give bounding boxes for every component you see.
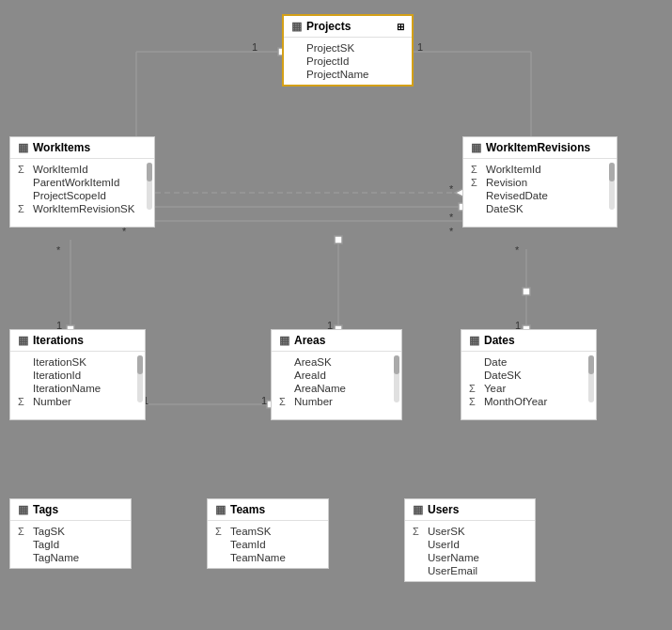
- dates-table-title: Dates: [484, 334, 515, 347]
- projects-table-title: Projects: [306, 20, 351, 33]
- field-parentworkitemid[interactable]: ParentWorkItemId: [10, 176, 154, 189]
- tags-table-title: Tags: [33, 503, 58, 516]
- table-icon: ▦: [18, 334, 28, 347]
- workitemrevisions-table-title: WorkItemRevisions: [486, 141, 590, 154]
- table-icon: ▦: [469, 334, 479, 347]
- field-useremail[interactable]: UserEmail: [405, 564, 535, 577]
- tags-table[interactable]: ▦ Tags Σ TagSK TagId TagName: [9, 498, 132, 569]
- cardinality-1a: 1: [252, 41, 258, 53]
- table-icon: ▦: [18, 141, 28, 154]
- users-table-title: Users: [428, 503, 459, 516]
- field-area-number[interactable]: Σ Number: [272, 395, 401, 408]
- field-dates-datesk[interactable]: DateSK: [461, 369, 596, 382]
- iterations-table-title: Iterations: [33, 334, 84, 347]
- table-icon: ▦: [413, 503, 423, 516]
- field-areaid[interactable]: AreaId: [272, 369, 401, 382]
- field-usersk[interactable]: Σ UserSK: [405, 525, 535, 538]
- table-icon: ▦: [279, 334, 289, 347]
- fade-indicator: [10, 408, 145, 416]
- field-projectsk[interactable]: ProjectSK: [284, 41, 412, 55]
- cardinality-star-c: *: [449, 212, 453, 223]
- field-date[interactable]: Date: [461, 355, 596, 369]
- cardinality-star-g: *: [515, 244, 519, 256]
- workitems-table-title: WorkItems: [33, 141, 90, 154]
- areas-table[interactable]: ▦ Areas AreaSK AreaId AreaName Σ Number: [271, 329, 402, 420]
- cardinality-star-f: *: [56, 244, 60, 256]
- field-tagname[interactable]: TagName: [10, 551, 131, 564]
- dates-table-body: Date DateSK Σ Year Σ MonthOfYear: [461, 352, 596, 419]
- scrollbar[interactable]: [137, 355, 143, 402]
- field-datesk[interactable]: DateSK: [463, 202, 617, 215]
- field-iterationname[interactable]: IterationName: [10, 382, 145, 395]
- field-projectname[interactable]: ProjectName: [284, 68, 412, 81]
- cardinality-star-e: *: [449, 226, 453, 237]
- table-icon: ▦: [291, 20, 302, 33]
- field-wir-workitemid[interactable]: Σ WorkItemId: [463, 163, 617, 176]
- cardinality-star-b: *: [449, 183, 453, 195]
- workitems-table[interactable]: ▦ WorkItems Σ WorkItemId ParentWorkItemI…: [9, 136, 155, 228]
- field-iterationsk[interactable]: IterationSK: [10, 355, 145, 369]
- dates-table[interactable]: ▦ Dates Date DateSK Σ Year Σ MonthOfYear: [461, 329, 597, 420]
- field-monthofyear[interactable]: Σ MonthOfYear: [461, 395, 596, 408]
- fade-indicator: [10, 215, 154, 223]
- field-reviseddate[interactable]: RevisedDate: [463, 189, 617, 202]
- teams-table[interactable]: ▦ Teams Σ TeamSK TeamId TeamName: [207, 498, 329, 569]
- field-projectscopeid[interactable]: ProjectScopeId: [10, 189, 154, 202]
- users-table-header: ▦ Users: [405, 499, 535, 521]
- tags-table-body: Σ TagSK TagId TagName: [10, 521, 131, 568]
- field-username[interactable]: UserName: [405, 551, 535, 564]
- fade-indicator: [463, 215, 617, 223]
- field-tagid[interactable]: TagId: [10, 538, 131, 551]
- field-revision[interactable]: Σ Revision: [463, 176, 617, 189]
- field-projectid[interactable]: ProjectId: [284, 55, 412, 68]
- table-icon: ▦: [471, 141, 481, 154]
- areas-table-body: AreaSK AreaId AreaName Σ Number: [272, 352, 401, 419]
- field-iter-number[interactable]: Σ Number: [10, 395, 145, 408]
- field-userid[interactable]: UserId: [405, 538, 535, 551]
- projects-table-body: ProjectSK ProjectId ProjectName: [284, 38, 412, 85]
- svg-rect-24: [523, 288, 530, 295]
- field-workitemid[interactable]: Σ WorkItemId: [10, 163, 154, 176]
- workitemrevisions-table-header: ▦ WorkItemRevisions: [463, 137, 617, 159]
- cardinality-1c: 1: [417, 41, 423, 53]
- field-iterationid[interactable]: IterationId: [10, 369, 145, 382]
- fade-indicator: [272, 408, 401, 416]
- scrollbar[interactable]: [394, 355, 399, 402]
- table-icon: ▦: [215, 503, 226, 516]
- field-areask[interactable]: AreaSK: [272, 355, 401, 369]
- expand-icon[interactable]: ⊞: [397, 22, 404, 32]
- teams-table-title: Teams: [230, 503, 265, 516]
- workitems-table-body: Σ WorkItemId ParentWorkItemId ProjectSco…: [10, 159, 154, 227]
- tags-table-header: ▦ Tags: [10, 499, 131, 521]
- projects-table[interactable]: ▦ Projects ⊞ ProjectSK ProjectId Project…: [282, 14, 414, 87]
- areas-table-title: Areas: [294, 334, 325, 347]
- field-workitemrevisionsk[interactable]: Σ WorkItemRevisionSK: [10, 202, 154, 215]
- field-areaname[interactable]: AreaName: [272, 382, 401, 395]
- teams-table-body: Σ TeamSK TeamId TeamName: [208, 521, 328, 568]
- iterations-table-body: IterationSK IterationId IterationName Σ …: [10, 352, 145, 419]
- field-teamname[interactable]: TeamName: [208, 551, 328, 564]
- dates-table-header: ▦ Dates: [461, 330, 596, 352]
- scrollbar[interactable]: [147, 163, 152, 210]
- field-teamid[interactable]: TeamId: [208, 538, 328, 551]
- workitems-table-header: ▦ WorkItems: [10, 137, 154, 159]
- scrollbar[interactable]: [609, 163, 615, 210]
- projects-table-header: ▦ Projects ⊞: [284, 16, 412, 38]
- scrollbar[interactable]: [588, 355, 594, 402]
- svg-rect-17: [335, 236, 342, 244]
- cardinality-1h: 1: [261, 395, 267, 406]
- workitemrevisions-table[interactable]: ▦ WorkItemRevisions Σ WorkItemId Σ Revis…: [462, 136, 617, 228]
- users-table[interactable]: ▦ Users Σ UserSK UserId UserName UserEma…: [404, 498, 536, 582]
- field-year[interactable]: Σ Year: [461, 382, 596, 395]
- fade-indicator: [461, 408, 596, 416]
- iterations-table[interactable]: ▦ Iterations IterationSK IterationId Ite…: [9, 329, 146, 420]
- table-icon: ▦: [18, 503, 28, 516]
- field-tagsk[interactable]: Σ TagSK: [10, 525, 131, 538]
- field-teamsk[interactable]: Σ TeamSK: [208, 525, 328, 538]
- workitemrevisions-table-body: Σ WorkItemId Σ Revision RevisedDate Date…: [463, 159, 617, 227]
- areas-table-header: ▦ Areas: [272, 330, 401, 352]
- teams-table-header: ▦ Teams: [208, 499, 328, 521]
- iterations-table-header: ▦ Iterations: [10, 330, 145, 352]
- users-table-body: Σ UserSK UserId UserName UserEmail: [405, 521, 535, 581]
